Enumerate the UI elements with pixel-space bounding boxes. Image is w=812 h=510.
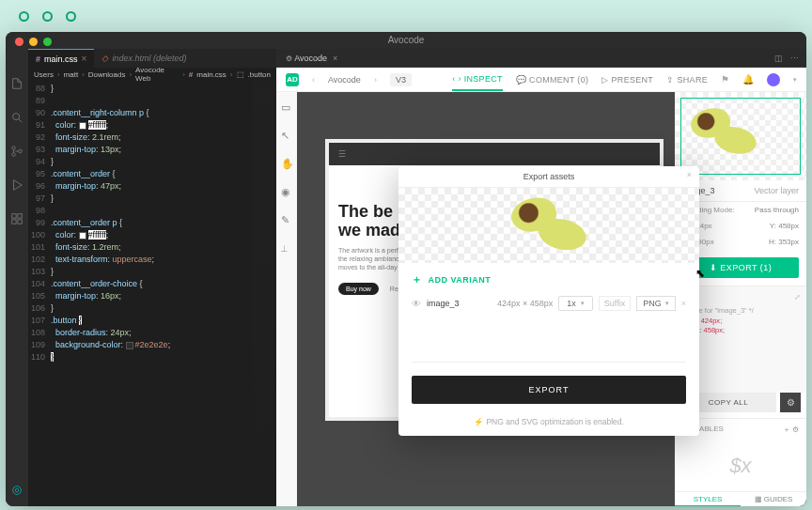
code-line[interactable]: 109 background-color: #2e2e2e; — [28, 339, 276, 351]
split-editor-icon[interactable]: ◫ — [774, 54, 783, 63]
more-icon[interactable]: ⋯ — [790, 54, 799, 63]
version-chip[interactable]: V3 — [390, 73, 412, 86]
explorer-icon[interactable] — [10, 77, 23, 90]
code-line[interactable]: 108 border-radius: 24px; — [28, 327, 276, 339]
nav-present[interactable]: ▷PRESENT — [601, 75, 653, 85]
visibility-toggle-icon[interactable]: 👁 — [412, 299, 421, 309]
app-window: Avocode # main.css × ◇ index.html (delet… — [6, 32, 806, 506]
flag-icon[interactable]: ⚑ — [721, 74, 729, 85]
measure-tool-icon[interactable]: ⟂ — [281, 242, 292, 254]
minimize-window-button[interactable] — [29, 38, 38, 46]
variables-placeholder: $x — [675, 440, 806, 491]
bell-icon[interactable]: 🔔 — [742, 74, 754, 85]
settings-gear-icon[interactable] — [10, 484, 23, 497]
code-line[interactable]: 96 margin-top: 47px; — [28, 180, 276, 193]
window-title: Avocode — [6, 32, 806, 49]
code-line[interactable]: 93 margin-top: 13px; — [28, 144, 276, 156]
select-tool-icon[interactable]: ▭ — [281, 101, 292, 113]
search-icon[interactable] — [10, 111, 23, 124]
avocode-logo-icon[interactable]: AD — [286, 73, 299, 86]
code-line[interactable]: 102 text-transform: uppercase; — [28, 254, 276, 266]
sidebar-footer-tabs: STYLES ▦ GUIDES — [675, 491, 806, 506]
debug-icon[interactable] — [10, 178, 23, 192]
export-button[interactable]: ⬇ EXPORT (1) — [682, 257, 799, 278]
buy-now-button[interactable]: Buy now — [338, 283, 379, 295]
svg-point-3 — [19, 149, 23, 153]
code-line[interactable]: 90.content__right-column p { — [28, 107, 276, 119]
editor-tab-index-html[interactable]: ◇ index.html (deleted) — [94, 49, 194, 68]
code-line[interactable]: 104.content__order-choice { — [28, 278, 276, 290]
close-window-button[interactable] — [15, 38, 23, 46]
guides-tab[interactable]: ▦ GUIDES — [741, 492, 806, 506]
variant-name-input[interactable]: image_3 — [427, 299, 460, 308]
suffix-input[interactable]: Suffix — [599, 296, 631, 311]
maximize-window-button[interactable] — [43, 38, 52, 46]
code-line[interactable]: 91 color: #ffffff; — [28, 119, 276, 131]
close-tab-icon[interactable]: × — [82, 54, 87, 64]
dot-icon — [66, 11, 76, 22]
code-line[interactable]: 98 — [28, 205, 276, 217]
code-line[interactable]: 99.content__order p { — [28, 217, 276, 229]
svg-rect-5 — [18, 214, 22, 218]
svg-rect-4 — [12, 214, 16, 218]
remove-variant-icon[interactable]: × — [681, 299, 686, 308]
code-line[interactable]: 105 margin-top: 16px; — [28, 290, 276, 302]
nav-share[interactable]: ⇪SHARE — [666, 75, 708, 85]
user-avatar[interactable] — [767, 73, 780, 86]
color-picker-icon[interactable]: ◉ — [281, 186, 292, 197]
close-tab-icon[interactable]: × — [333, 54, 337, 63]
code-line[interactable]: 110} — [28, 351, 276, 363]
source-control-icon[interactable] — [10, 145, 23, 158]
code-line[interactable]: 100 color: #ffffff; — [28, 229, 276, 241]
avocode-extension-tab[interactable]: Avocode × — [276, 49, 347, 67]
settings-icon[interactable]: ⚙ — [780, 393, 801, 412]
add-variable-icon[interactable]: ＋ ⚙ — [783, 425, 799, 435]
code-line[interactable]: 107.button { — [28, 315, 276, 327]
minimap[interactable] — [252, 81, 276, 506]
scale-select[interactable]: 1x▾ — [558, 296, 593, 311]
code-line[interactable]: 88} — [28, 83, 276, 95]
nav-comment[interactable]: 💬COMMENT (0) — [516, 75, 588, 85]
svg-point-8 — [13, 487, 22, 495]
modal-export-button[interactable]: EXPORT — [412, 376, 686, 404]
window-traffic-lights — [15, 38, 52, 46]
activity-bar — [6, 49, 28, 506]
artboard-header: ☰ — [329, 143, 660, 165]
css-file-icon: # — [189, 70, 193, 79]
extensions-icon[interactable] — [10, 212, 23, 225]
format-select[interactable]: PNG▾ — [636, 296, 676, 311]
close-modal-button[interactable]: × — [687, 170, 692, 179]
export-assets-modal: Export assets × ＋ ADD VARIANT 👁 image_3 … — [398, 166, 699, 436]
code-line[interactable]: 106} — [28, 302, 276, 315]
svg-rect-6 — [12, 220, 16, 224]
expand-icon[interactable]: ⤢ — [794, 292, 801, 302]
nav-inspect[interactable]: ‹ ›INSPECT — [452, 74, 503, 91]
dot-icon — [42, 11, 53, 22]
selected-text: #ffffff — [88, 120, 106, 130]
styles-tab[interactable]: STYLES — [675, 492, 741, 506]
html-file-icon: ◇ — [102, 54, 108, 63]
modal-title: Export assets × — [398, 166, 699, 188]
code-line[interactable]: 97} — [28, 193, 276, 205]
add-variant-button[interactable]: ＋ ADD VARIANT — [398, 263, 699, 296]
code-line[interactable]: 103} — [28, 266, 276, 278]
eyedropper-icon[interactable]: ✎ — [281, 214, 292, 225]
editor-tab-main-css[interactable]: # main.css × — [28, 49, 94, 68]
code-line[interactable]: 94} — [28, 156, 276, 168]
move-tool-icon[interactable]: ↖ — [281, 130, 292, 141]
breadcrumb[interactable]: Users› matt› Downloads› Avocode Web› # m… — [28, 68, 276, 81]
export-preview — [398, 188, 699, 263]
layer-type: Vector layer — [754, 186, 799, 195]
tab-label: main.css — [44, 54, 78, 64]
code-line[interactable]: 101 font-size: 1.2rem; — [28, 241, 276, 254]
code-line[interactable]: 92 font-size: 2.1rem; — [28, 131, 276, 144]
avocode-tool-rail: ▭ ↖ ✋ ◉ ✎ ⟂ — [276, 92, 297, 506]
svg-rect-7 — [18, 220, 22, 224]
chevron-down-icon[interactable]: ▾ — [793, 76, 797, 84]
code-area[interactable]: 88}8990.content__right-column p {91 colo… — [28, 81, 276, 506]
optimization-note: PNG and SVG optimization is enabled. — [398, 417, 699, 436]
avocode-breadcrumb[interactable]: Avocode — [328, 75, 361, 85]
code-line[interactable]: 89 — [28, 95, 276, 107]
hand-tool-icon[interactable]: ✋ — [281, 158, 292, 169]
code-line[interactable]: 95.content__order { — [28, 168, 276, 180]
